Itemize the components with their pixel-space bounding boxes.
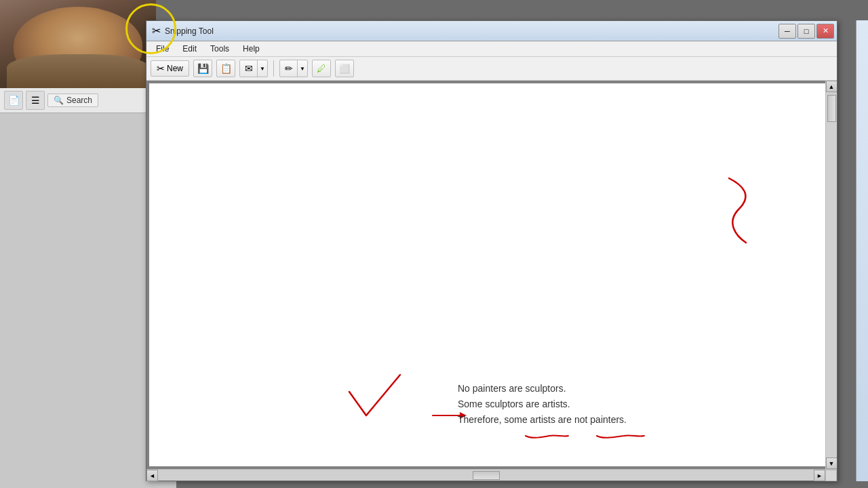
- tool-bar: ✂ New 💾 📋 ✉ ▼ ✏ ▼ 🖊 ⬜: [146, 57, 837, 81]
- search-label: Search: [66, 96, 92, 105]
- menu-help[interactable]: Help: [237, 43, 265, 55]
- close-button[interactable]: ✕: [816, 24, 834, 39]
- send-icon: ✉: [240, 60, 258, 77]
- scroll-thumb-vertical[interactable]: [827, 95, 836, 122]
- list-icon: ☰: [31, 95, 40, 106]
- scroll-down-button[interactable]: ▼: [826, 458, 837, 469]
- maximize-button[interactable]: □: [797, 24, 815, 39]
- svg-text:No painters are sculptors.: No painters are sculptors.: [458, 383, 566, 394]
- pen-button[interactable]: ✏ ▼: [279, 60, 308, 77]
- separator-1: [273, 60, 274, 77]
- reader-icon: 📄: [8, 95, 20, 106]
- new-icon: ✂: [157, 63, 165, 74]
- eraser-button[interactable]: ⬜: [335, 60, 354, 77]
- list-button[interactable]: ☰: [26, 91, 45, 110]
- app-icon: ✂: [152, 24, 161, 37]
- canvas-wrapper: No painters are sculptors. Some sculptor…: [146, 81, 837, 469]
- menu-edit[interactable]: Edit: [177, 43, 202, 55]
- horizontal-scrollbar-wrapper: ◄ ►: [146, 469, 837, 481]
- copy-icon: 📋: [220, 63, 232, 74]
- scroll-right-button[interactable]: ►: [814, 470, 825, 481]
- scroll-track-horizontal[interactable]: [158, 470, 814, 481]
- reader-button[interactable]: 📄: [4, 91, 23, 110]
- send-button[interactable]: ✉ ▼: [239, 60, 268, 77]
- right-edge-panel: [856, 20, 868, 481]
- scroll-track-vertical[interactable]: [826, 92, 837, 458]
- send-dropdown-arrow: ▼: [258, 66, 267, 72]
- svg-text:Some sculptors are artists.: Some sculptors are artists.: [458, 399, 570, 409]
- canvas-area[interactable]: No painters are sculptors. Some sculptor…: [149, 83, 825, 466]
- menu-tools[interactable]: Tools: [205, 43, 235, 55]
- svg-text:Therefore, some artists are no: Therefore, some artists are not painters…: [458, 414, 627, 425]
- new-button[interactable]: ✂ New: [151, 60, 189, 77]
- minimize-button[interactable]: ─: [778, 24, 796, 39]
- pen-icon: ✏: [280, 60, 298, 77]
- title-bar: ✂ Snipping Tool ─ □ ✕: [146, 21, 837, 41]
- window-title: Snipping Tool: [165, 26, 214, 36]
- drawing-canvas: No painters are sculptors. Some sculptor…: [149, 83, 825, 466]
- window-controls: ─ □ ✕: [778, 24, 834, 39]
- webcam-video: [0, 0, 156, 88]
- highlighter-icon: 🖊: [317, 63, 326, 74]
- save-button[interactable]: 💾: [193, 60, 212, 77]
- menu-bar: File Edit Tools Help: [146, 41, 837, 57]
- webcam-shirt: [7, 54, 149, 88]
- search-button[interactable]: 🔍 Search: [47, 94, 98, 107]
- eraser-icon: ⬜: [339, 64, 350, 74]
- scroll-up-button[interactable]: ▲: [826, 81, 837, 92]
- scroll-size-box: [825, 470, 837, 481]
- webcam-panel: [0, 0, 156, 88]
- snipping-tool-window: ✂ Snipping Tool ─ □ ✕ File Edit Tools He…: [146, 20, 837, 481]
- search-icon: 🔍: [54, 96, 64, 105]
- copy-button[interactable]: 📋: [216, 60, 235, 77]
- save-icon: 💾: [197, 63, 209, 74]
- menu-file[interactable]: File: [151, 43, 174, 55]
- highlighter-button[interactable]: 🖊: [312, 60, 331, 77]
- new-label: New: [167, 64, 183, 73]
- vertical-scrollbar[interactable]: ▲ ▼: [825, 81, 837, 469]
- title-bar-left: ✂ Snipping Tool: [152, 24, 214, 37]
- scroll-thumb-horizontal[interactable]: [473, 471, 500, 480]
- pen-dropdown-arrow: ▼: [298, 66, 307, 72]
- scroll-left-button[interactable]: ◄: [146, 470, 158, 481]
